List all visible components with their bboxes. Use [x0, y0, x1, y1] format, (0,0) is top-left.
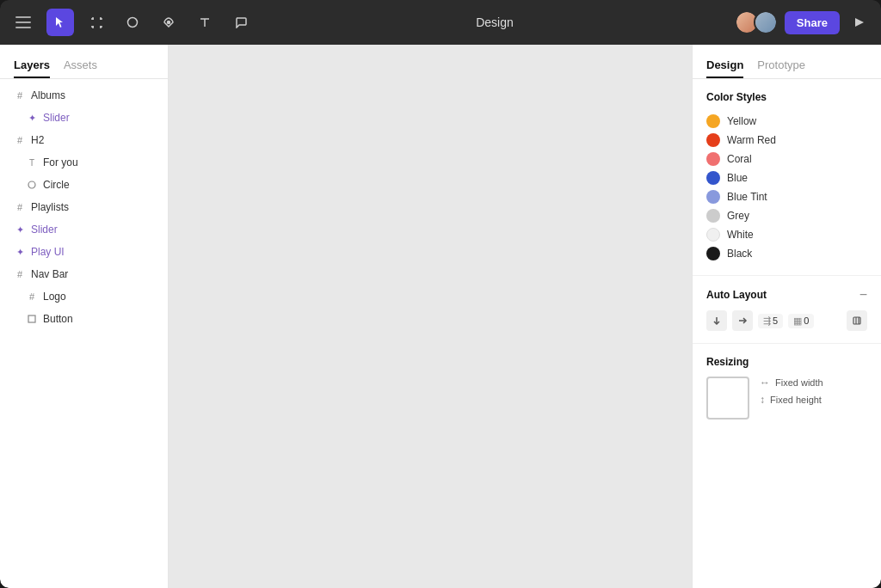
color-row-warm-red[interactable]: Warm Red — [706, 131, 867, 150]
cursor-icon — [54, 16, 66, 28]
color-row-blue[interactable]: Blue — [706, 168, 867, 187]
fixed-height-label: Fixed height — [770, 395, 822, 405]
auto-layout-gap-control[interactable]: ⇶ 5 — [758, 314, 783, 328]
avatar-group — [735, 10, 778, 34]
tab-layers[interactable]: Layers — [14, 53, 50, 78]
layer-item-circle[interactable]: Circle — [0, 174, 168, 196]
toolbar-right: Share — [735, 10, 871, 34]
auto-layout-controls: ⇶ 5 ▦ 0 — [706, 310, 867, 331]
auto-layout-right-button[interactable] — [732, 310, 753, 331]
resizing-title: Resizing — [706, 356, 867, 368]
circle-tool-button[interactable] — [119, 9, 146, 36]
share-button[interactable]: Share — [785, 11, 840, 34]
color-label-warm-red: Warm Red — [727, 134, 776, 146]
auto-layout-down-button[interactable] — [706, 310, 727, 331]
color-row-black[interactable]: Black — [706, 244, 867, 263]
color-row-yellow[interactable]: Yellow — [706, 112, 867, 131]
left-panel: Layers Assets # Albums ✦ Slider # H2 — [0, 45, 169, 588]
toolbar-left — [10, 9, 255, 36]
layer-item-slider-2[interactable]: ✦ Slider — [0, 218, 168, 241]
layer-name-play-ui: Play UI — [31, 246, 159, 258]
toolbar: Design Share — [0, 0, 881, 45]
menu-button[interactable] — [10, 9, 38, 36]
color-row-coral[interactable]: Coral — [706, 150, 867, 168]
layer-item-slider-1[interactable]: ✦ Slider — [0, 107, 168, 129]
cursor-tool-button[interactable] — [46, 9, 74, 36]
frame-icon — [90, 16, 103, 29]
layer-name-slider-1: Slider — [43, 112, 159, 124]
color-label-black: Black — [727, 248, 752, 260]
layer-icon-playlists: # — [14, 201, 26, 213]
auto-layout-collapse-button[interactable]: − — [859, 288, 867, 302]
toolbar-title: Design — [476, 15, 514, 29]
layer-icon-slider-2: ✦ — [14, 224, 26, 236]
layer-name-playlists: Playlists — [31, 201, 159, 213]
auto-layout-gap-value: 5 — [773, 315, 778, 326]
layer-name-circle: Circle — [43, 179, 159, 191]
comment-tool-button[interactable] — [227, 9, 255, 36]
resize-option-fixed-height[interactable]: ↕ Fixed height — [760, 394, 823, 406]
layer-name-for-you: For you — [43, 156, 159, 168]
color-label-coral: Coral — [727, 153, 752, 165]
svg-point-9 — [168, 21, 170, 24]
color-styles-section: Color Styles Yellow Warm Red Coral Blue — [693, 79, 881, 276]
clip-icon — [852, 315, 862, 326]
auto-layout-padding-control[interactable]: ▦ 0 — [788, 314, 814, 328]
svg-point-8 — [128, 18, 138, 28]
text-tool-button[interactable] — [191, 9, 219, 36]
right-panel-tabs: Design Prototype — [693, 45, 881, 79]
color-swatch-yellow — [706, 114, 720, 128]
color-row-blue-tint[interactable]: Blue Tint — [706, 187, 867, 206]
main-layout: Layers Assets # Albums ✦ Slider # H2 — [0, 45, 881, 588]
auto-layout-clip-button[interactable] — [847, 310, 867, 331]
play-button[interactable] — [847, 10, 871, 34]
right-arrow-icon — [737, 315, 748, 326]
gap-icon: ⇶ — [763, 315, 771, 327]
layer-item-albums[interactable]: # Albums — [0, 84, 168, 107]
color-row-white[interactable]: White — [706, 225, 867, 244]
canvas-area[interactable] — [169, 45, 692, 588]
auto-layout-padding-value: 0 — [804, 315, 809, 326]
layer-icon-play-ui: ✦ — [14, 246, 26, 258]
layer-item-button[interactable]: Button — [0, 308, 168, 330]
padding-icon: ▦ — [793, 315, 802, 327]
layer-icon-h2: # — [14, 134, 26, 146]
color-styles-title: Color Styles — [706, 91, 867, 103]
layer-item-h2[interactable]: # H2 — [0, 129, 168, 151]
layer-item-nav-bar[interactable]: # Nav Bar — [0, 263, 168, 285]
resize-options: ↔ Fixed width ↕ Fixed height — [760, 377, 823, 406]
avatar-2-image — [755, 12, 776, 33]
layer-item-play-ui[interactable]: ✦ Play UI — [0, 241, 168, 263]
layer-icon-slider-1: ✦ — [26, 112, 38, 124]
layer-name-albums: Albums — [31, 89, 159, 101]
tab-design[interactable]: Design — [706, 53, 743, 78]
layer-item-for-you[interactable]: T For you — [0, 151, 168, 174]
left-panel-tabs: Layers Assets — [0, 45, 168, 79]
auto-layout-section: Auto Layout − — [693, 276, 881, 344]
frame-tool-button[interactable] — [83, 9, 110, 36]
layer-name-slider-2: Slider — [31, 224, 159, 236]
resize-preview-box[interactable] — [706, 377, 749, 420]
tab-prototype[interactable]: Prototype — [757, 53, 805, 78]
color-swatch-coral — [706, 152, 720, 166]
color-swatch-grey — [706, 209, 720, 223]
color-label-grey: Grey — [727, 210, 749, 222]
text-tool-icon — [199, 16, 211, 28]
resizing-content: ↔ Fixed width ↕ Fixed height — [706, 377, 867, 420]
svg-rect-14 — [28, 315, 35, 322]
layer-item-logo[interactable]: # Logo — [0, 285, 168, 308]
layer-icon-circle — [26, 179, 38, 191]
resize-option-fixed-width[interactable]: ↔ Fixed width — [760, 377, 823, 389]
fixed-height-icon: ↕ — [760, 394, 765, 406]
color-label-white: White — [727, 229, 754, 241]
pen-tool-button[interactable] — [155, 9, 182, 36]
color-swatch-blue — [706, 171, 720, 185]
comment-icon — [235, 16, 247, 28]
color-row-grey[interactable]: Grey — [706, 206, 867, 225]
layer-item-playlists[interactable]: # Playlists — [0, 196, 168, 218]
color-swatch-white — [706, 228, 720, 242]
tab-assets[interactable]: Assets — [64, 53, 97, 78]
layer-name-nav-bar: Nav Bar — [31, 268, 159, 280]
fixed-width-label: Fixed width — [775, 377, 823, 388]
resizing-section: Resizing ↔ Fixed width ↕ Fixed height — [693, 344, 881, 432]
